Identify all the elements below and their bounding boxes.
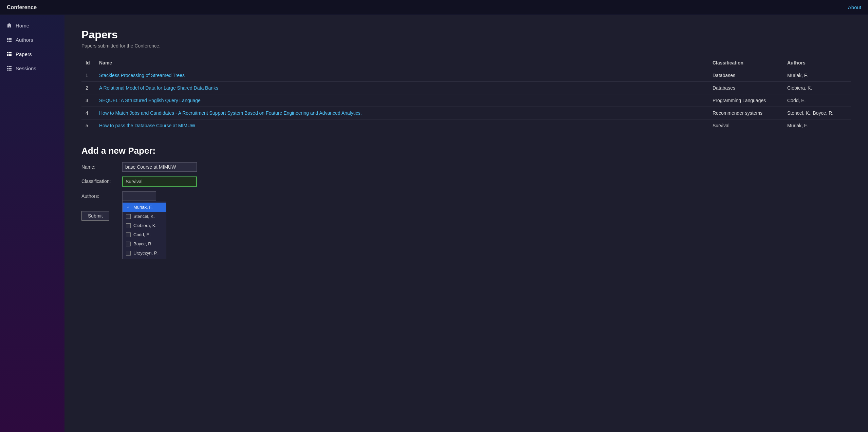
cell-id: 1 (81, 69, 95, 82)
svg-rect-10 (7, 55, 8, 56)
svg-rect-5 (8, 41, 12, 42)
table-row: 4 How to Match Jobs and Candidates - A R… (81, 107, 851, 119)
cell-classification: Databases (708, 69, 783, 82)
sidebar-item-authors-label: Authors (16, 37, 33, 43)
app-title: Conference (7, 4, 37, 11)
sidebar-item-home[interactable]: Home (0, 18, 64, 33)
author-checkbox-boyce (126, 242, 131, 246)
form-authors-row: Authors: ✓ Murlak, F. Stencel, K. (81, 191, 851, 201)
cell-id: 4 (81, 107, 95, 119)
svg-rect-6 (7, 52, 8, 53)
authors-dropdown: ✓ Murlak, F. Stencel, K. Ciebiera, K. (122, 201, 166, 259)
list-icon-papers (6, 51, 12, 57)
cell-classification: Survival (708, 119, 783, 132)
content-area: Papers Papers submitted for the Conferen… (64, 15, 868, 432)
cell-id: 5 (81, 119, 95, 132)
sidebar-item-papers[interactable]: Papers (0, 47, 64, 61)
table-row: 5 How to pass the Database Course at MIM… (81, 119, 851, 132)
name-input[interactable] (122, 162, 197, 172)
svg-rect-1 (8, 38, 12, 39)
submit-button[interactable]: Submit (81, 211, 109, 221)
classification-label: Classification: (81, 176, 119, 184)
author-label-murlak: Murlak, F. (133, 205, 152, 210)
author-option-stencel[interactable]: Stencel, K. (123, 212, 166, 221)
author-checkbox-ciebiera (126, 223, 131, 228)
sidebar-item-sessions-label: Sessions (16, 65, 36, 71)
cell-id: 3 (81, 94, 95, 107)
svg-rect-13 (8, 66, 12, 67)
svg-rect-7 (8, 52, 12, 53)
col-header-id: Id (81, 57, 95, 69)
author-checkbox-urzyczyn (126, 251, 131, 256)
sidebar: Home Authors Papers (0, 15, 64, 432)
classification-input[interactable] (122, 176, 197, 187)
author-label-stencel: Stencel, K. (133, 214, 155, 219)
cell-authors: Ciebiera, K. (783, 82, 851, 94)
svg-rect-0 (7, 38, 8, 39)
cell-authors: Murlak, F. (783, 69, 851, 82)
table-row: 1 Stackless Processing of Streamed Trees… (81, 69, 851, 82)
add-paper-title: Add a new Paper: (81, 146, 851, 156)
sidebar-item-papers-label: Papers (16, 51, 32, 57)
author-label-ciebiera: Ciebiera, K. (133, 223, 156, 228)
svg-rect-14 (7, 68, 8, 69)
col-header-authors: Authors (783, 57, 851, 69)
cell-name[interactable]: How to Match Jobs and Candidates - A Rec… (95, 107, 708, 119)
cell-name[interactable]: SEQUEL: A Structured English Query Langu… (95, 94, 708, 107)
svg-rect-9 (8, 54, 12, 55)
cell-classification: Recommender systems (708, 107, 783, 119)
authors-label: Authors: (81, 191, 119, 199)
col-header-name: Name (95, 57, 708, 69)
author-checkbox-murlak: ✓ (126, 205, 131, 210)
cell-name[interactable]: Stackless Processing of Streamed Trees (95, 69, 708, 82)
svg-rect-17 (8, 70, 12, 71)
svg-rect-8 (7, 54, 8, 55)
cell-classification: Programming Languages (708, 94, 783, 107)
svg-rect-3 (8, 39, 12, 40)
about-link[interactable]: About (848, 4, 861, 10)
cell-authors: Murlak, F. (783, 119, 851, 132)
cell-name[interactable]: A Relational Model of Data for Large Sha… (95, 82, 708, 94)
form-name-row: Name: (81, 162, 851, 172)
svg-rect-4 (7, 41, 8, 42)
author-option-boyce[interactable]: Boyce, R. (123, 239, 166, 248)
cell-authors: Codd, E. (783, 94, 851, 107)
cell-authors: Stencel, K., Boyce, R. (783, 107, 851, 119)
papers-table: Id Name Classification Authors 1 Stackle… (81, 57, 851, 132)
home-icon (6, 22, 12, 29)
author-checkbox-codd (126, 232, 131, 237)
page-subtitle: Papers submitted for the Conference. (81, 43, 851, 49)
col-header-classification: Classification (708, 57, 783, 69)
topbar: Conference About (0, 0, 868, 15)
sidebar-item-home-label: Home (16, 23, 29, 29)
author-option-urzyczyn[interactable]: Urzyczyn, P. (123, 248, 166, 258)
author-option-murlak[interactable]: ✓ Murlak, F. (123, 203, 166, 212)
table-row: 3 SEQUEL: A Structured English Query Lan… (81, 94, 851, 107)
author-checkbox-stencel (126, 214, 131, 219)
author-label-urzyczyn: Urzyczyn, P. (133, 250, 158, 256)
authors-wrapper: ✓ Murlak, F. Stencel, K. Ciebiera, K. (122, 191, 156, 201)
main-layout: Home Authors Papers (0, 15, 868, 432)
table-row: 2 A Relational Model of Data for Large S… (81, 82, 851, 94)
author-option-ciebiera[interactable]: Ciebiera, K. (123, 221, 166, 230)
list-icon-sessions (6, 65, 12, 71)
author-option-codd[interactable]: Codd, E. (123, 230, 166, 239)
svg-rect-15 (8, 68, 12, 69)
page-title: Papers (81, 29, 851, 41)
sidebar-item-authors[interactable]: Authors (0, 33, 64, 47)
author-label-codd: Codd, E. (133, 232, 151, 237)
cell-id: 2 (81, 82, 95, 94)
cell-classification: Databases (708, 82, 783, 94)
authors-select-box[interactable] (122, 191, 156, 201)
svg-rect-12 (7, 66, 8, 67)
svg-rect-11 (8, 55, 12, 56)
author-label-boyce: Boyce, R. (133, 241, 152, 246)
name-label: Name: (81, 162, 119, 170)
cell-name[interactable]: How to pass the Database Course at MIMUW (95, 119, 708, 132)
svg-rect-16 (7, 70, 8, 71)
sidebar-item-sessions[interactable]: Sessions (0, 61, 64, 75)
list-icon-authors (6, 37, 12, 43)
form-classification-row: Classification: (81, 176, 851, 187)
svg-rect-2 (7, 39, 8, 40)
